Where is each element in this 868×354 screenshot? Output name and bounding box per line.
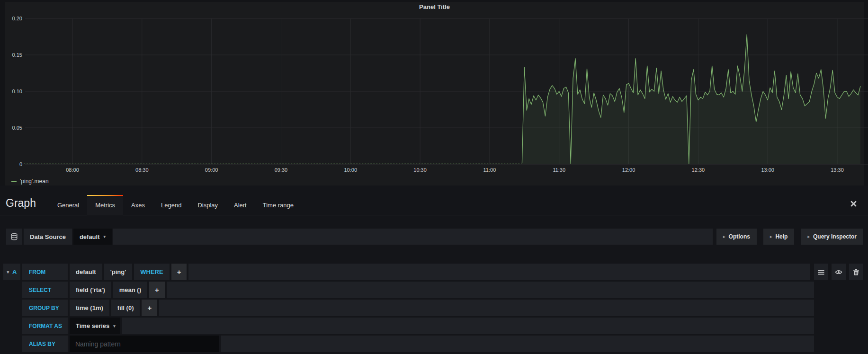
trash-icon	[852, 268, 860, 276]
y-axis-tick-label: 0.05	[12, 125, 22, 131]
query-row-filler	[167, 282, 814, 298]
x-axis-tick-label: 11:30	[553, 167, 565, 173]
query-row-select: SELECTfield ('rta')mean ()+	[3, 282, 863, 298]
graph-panel: Panel Title 00.050.100.150.2008:0008:300…	[5, 2, 864, 186]
metrics-tab-content: Data Source default ▾ ▸Options▸Help▸Quer…	[0, 215, 868, 352]
add-segment-button[interactable]: +	[171, 264, 187, 280]
datasource-select[interactable]: default ▾	[73, 229, 112, 245]
row-right-spacer	[816, 318, 863, 334]
tab-axes[interactable]: Axes	[123, 196, 153, 215]
query-segment-0-2[interactable]: WHERE	[134, 264, 169, 280]
close-editor-button[interactable]	[850, 201, 857, 207]
panel-type-title: Graph	[6, 197, 36, 210]
timeseries-chart[interactable]: 00.050.100.150.2008:0008:3009:0009:3010:…	[5, 2, 868, 187]
row-indent-spacer	[3, 336, 20, 352]
query-actions	[814, 264, 863, 280]
query-row-format-as: FORMAT ASTime series▾	[3, 318, 863, 334]
menu-icon	[817, 268, 825, 276]
query-keyword-select: SELECT	[22, 282, 68, 298]
query-row-group-by: GROUP BYtime (1m)fill (0)+	[3, 300, 863, 316]
query-keyword-group-by: GROUP BY	[22, 300, 68, 316]
eye-button[interactable]	[832, 264, 846, 280]
options-button[interactable]: ▸Options	[716, 229, 757, 245]
query-segment-2-1[interactable]: fill (0)	[111, 300, 140, 316]
query-inspector-button[interactable]: ▸Query Inspector	[801, 229, 863, 245]
row-indent-spacer	[3, 300, 20, 316]
row-indent-spacer	[3, 318, 20, 334]
button-label: Options	[729, 233, 750, 240]
query-row-filler	[221, 336, 814, 352]
query-ref-toggle[interactable]: ▾A	[3, 264, 20, 280]
query-keyword-from: FROM	[22, 264, 68, 280]
close-icon	[850, 201, 857, 207]
alias-by-input[interactable]	[70, 336, 219, 352]
menu-button[interactable]	[814, 264, 828, 280]
caret-right-icon: ▸	[807, 234, 810, 239]
x-axis-tick-label: 12:00	[622, 167, 635, 173]
eye-icon	[835, 268, 842, 276]
x-axis-tick-label: 09:00	[205, 167, 218, 173]
chevron-down-icon: ▾	[113, 324, 116, 328]
datasource-buttons: ▸Options▸Help▸Query Inspector	[716, 229, 863, 245]
chevron-down-icon: ▾	[104, 234, 106, 239]
y-axis-tick-label: 0.10	[12, 88, 22, 94]
x-axis-tick-label: 09:30	[275, 167, 288, 173]
collapse-caret-icon: ▾	[7, 270, 9, 274]
caret-right-icon: ▸	[770, 234, 772, 239]
datasource-value: default	[80, 233, 100, 240]
button-label: Help	[775, 233, 787, 240]
query-row-filler	[159, 300, 814, 316]
y-axis-tick-label: 0	[19, 161, 22, 167]
x-axis-tick-label: 12:30	[692, 167, 705, 173]
query-segment-2-0[interactable]: time (1m)	[70, 300, 109, 316]
x-axis-tick-label: 10:00	[344, 167, 358, 173]
help-button[interactable]: ▸Help	[763, 229, 795, 245]
add-segment-button[interactable]: +	[149, 282, 165, 298]
datasource-row: Data Source default ▾ ▸Options▸Help▸Quer…	[6, 229, 863, 245]
legend: 'ping'.mean	[11, 178, 49, 185]
datasource-label: Data Source	[24, 229, 72, 245]
database-icon	[10, 233, 18, 240]
legend-series-swatch[interactable]	[11, 181, 17, 182]
legend-series-label[interactable]: 'ping'.mean	[20, 178, 49, 185]
x-axis-tick-label: 13:30	[831, 167, 844, 173]
format-as-select[interactable]: Time series▾	[70, 318, 120, 334]
query-segment-0-1[interactable]: 'ping'	[104, 264, 133, 280]
tab-general[interactable]: General	[49, 196, 87, 215]
query-segment-1-0[interactable]: field ('rta')	[70, 282, 111, 298]
tab-metrics[interactable]: Metrics	[87, 195, 123, 215]
query-segment-0-0[interactable]: default	[70, 264, 102, 280]
datasource-icon-segment	[6, 229, 22, 245]
row-right-spacer	[816, 336, 863, 352]
add-segment-button[interactable]: +	[142, 300, 157, 316]
y-axis-tick-label: 0.20	[12, 16, 22, 21]
editor-tabbar: Graph GeneralMetricsAxesLegendDisplayAle…	[0, 186, 868, 215]
query-row-filler	[122, 318, 814, 334]
tab-time-range[interactable]: Time range	[255, 196, 302, 215]
editor-tabs: GeneralMetricsAxesLegendDisplayAlertTime…	[49, 186, 302, 215]
format-as-value: Time series	[76, 322, 109, 329]
query-ref-letter: A	[12, 268, 17, 275]
tab-display[interactable]: Display	[189, 196, 226, 215]
x-axis-tick-label: 10:30	[413, 167, 427, 173]
query-editor: ▾AFROMdefault'ping'WHERE+SELECTfield ('r…	[0, 264, 868, 352]
tab-legend[interactable]: Legend	[153, 196, 189, 215]
query-segment-1-1[interactable]: mean ()	[113, 282, 147, 298]
query-row-alias-by: ALIAS BY	[3, 336, 863, 352]
query-row-filler	[188, 264, 810, 280]
x-axis-tick-label: 08:30	[135, 167, 149, 173]
row-right-spacer	[816, 282, 863, 298]
query-keyword-alias-by: ALIAS BY	[22, 336, 68, 352]
query-row-from: ▾AFROMdefault'ping'WHERE+	[3, 264, 863, 280]
trash-button[interactable]	[849, 264, 863, 280]
x-axis-tick-label: 13:00	[761, 167, 774, 173]
y-axis-tick-label: 0.15	[12, 52, 22, 58]
button-label: Query Inspector	[813, 233, 857, 240]
panel-editor: Graph GeneralMetricsAxesLegendDisplayAle…	[0, 186, 868, 354]
tab-alert[interactable]: Alert	[226, 196, 255, 215]
x-axis-tick-label: 08:00	[66, 167, 79, 173]
query-keyword-format-as: FORMAT AS	[22, 318, 68, 334]
row-indent-spacer	[3, 282, 20, 298]
row-right-spacer	[816, 300, 863, 316]
x-axis-tick-label: 11:00	[483, 167, 496, 173]
